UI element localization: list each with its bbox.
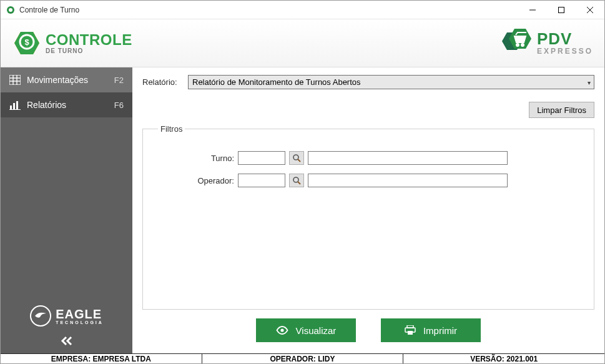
svg-line-27 (298, 182, 300, 184)
svg-point-28 (280, 328, 283, 332)
print-label: Imprimir (423, 325, 457, 336)
brand-right-logo: PDV EXPRESSO (499, 27, 593, 59)
svg-rect-19 (10, 106, 12, 109)
bar-chart-icon (9, 100, 21, 110)
brand-left-line2: DE TURNO (46, 47, 132, 54)
svg-text:$: $ (24, 37, 29, 47)
eagle-logo: EAGLE TECNOLOGIA (1, 298, 132, 330)
visualize-button[interactable]: Visualizar (256, 318, 356, 342)
eagle-line1: EAGLE (56, 308, 104, 320)
header-band: $ CONTROLE DE TURNO PDV EXPRESSO (1, 19, 604, 67)
status-operator: OPERADOR: LIDY (202, 354, 404, 364)
brand-right-line2: EXPRESSO (537, 47, 593, 56)
operador-label: Operador: (190, 176, 234, 185)
clear-filters-button[interactable]: Limpar Filtros (529, 102, 594, 118)
visualize-label: Visualizar (296, 325, 337, 336)
sidebar-item-label: Movimentações (27, 75, 88, 85)
status-company: EMPRESA: EMPRESA LTDA (1, 354, 202, 364)
sidebar-item-label: Relatórios (27, 100, 66, 110)
eye-icon (276, 326, 288, 335)
svg-point-12 (516, 44, 519, 46)
svg-point-26 (293, 177, 298, 182)
sidebar-item-shortcut: F6 (114, 101, 124, 110)
svg-rect-14 (9, 75, 21, 85)
svg-point-13 (521, 44, 524, 46)
sidebar-item-shortcut: F2 (114, 76, 124, 85)
svg-rect-31 (408, 331, 413, 335)
filters-fieldset: Filtros Turno: Operador: (142, 124, 594, 310)
turno-code-input[interactable] (238, 151, 285, 165)
operador-code-input[interactable] (238, 174, 285, 187)
search-icon (292, 176, 301, 185)
shift-control-icon: $ (12, 28, 42, 58)
turno-desc-input[interactable] (308, 151, 508, 165)
print-button[interactable]: Imprimir (381, 318, 481, 342)
operador-lookup-button[interactable] (289, 174, 304, 187)
app-icon (6, 5, 16, 15)
status-bar: EMPRESA: EMPRESA LTDA OPERADOR: LIDY VER… (1, 353, 604, 364)
collapse-sidebar-button[interactable] (1, 330, 132, 353)
report-label: Relatório: (142, 77, 183, 87)
window-title: Controle de Turno (19, 6, 518, 14)
pdv-icon (499, 27, 533, 59)
search-icon (292, 154, 301, 162)
brand-right-line1: PDV (537, 31, 593, 47)
brand-left-logo: $ CONTROLE DE TURNO (12, 28, 132, 58)
svg-point-23 (31, 306, 51, 326)
svg-rect-21 (16, 101, 18, 109)
svg-line-25 (298, 159, 300, 162)
brand-left-line1: CONTROLE (46, 32, 132, 47)
main-panel: Relatório: Relatório de Monitoramento de… (132, 67, 604, 353)
svg-rect-20 (13, 103, 15, 109)
turno-label: Turno: (190, 154, 234, 163)
svg-point-24 (293, 155, 298, 160)
window-controls (518, 1, 604, 19)
close-button[interactable] (576, 1, 604, 19)
titlebar: Controle de Turno (1, 1, 604, 19)
turno-lookup-button[interactable] (289, 151, 304, 165)
minimize-button[interactable] (518, 1, 547, 19)
eagle-line2: TECNOLOGIA (56, 320, 104, 325)
printer-icon (405, 325, 416, 335)
sidebar: Movimentações F2 Relatórios F6 EAGLE TEC… (1, 67, 132, 353)
table-icon (9, 75, 21, 85)
status-version: VERSÃO: 2021.001 (403, 354, 604, 364)
sidebar-item-relatorios[interactable]: Relatórios F6 (1, 92, 132, 117)
svg-rect-3 (559, 7, 564, 12)
svg-point-1 (9, 8, 12, 12)
filters-legend: Filtros (158, 124, 185, 134)
operador-desc-input[interactable] (308, 174, 508, 187)
chevron-double-left-icon (60, 336, 74, 346)
report-select[interactable]: Relatório de Monitoramento de Turnos Abe… (188, 75, 594, 89)
sidebar-item-movimentacoes[interactable]: Movimentações F2 (1, 67, 132, 92)
eagle-icon (29, 305, 52, 327)
maximize-button[interactable] (547, 1, 576, 19)
